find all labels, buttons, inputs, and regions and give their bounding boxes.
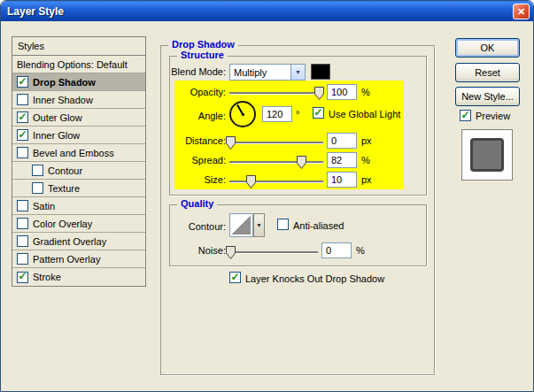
- distance-input[interactable]: [327, 133, 357, 149]
- contour-thumbnail[interactable]: [229, 213, 253, 237]
- angle-label: Angle:: [174, 111, 226, 121]
- angle-unit: °: [296, 109, 299, 119]
- style-row-label: Blending Options: Default: [17, 59, 128, 70]
- size-label: Size:: [174, 174, 226, 185]
- bevel-emboss-checkbox[interactable]: [17, 147, 28, 158]
- size-slider-thumb[interactable]: [246, 175, 256, 188]
- preview-label: Preview: [476, 111, 510, 121]
- style-row-inner-shadow[interactable]: Inner Shadow: [12, 91, 145, 109]
- inner-shadow-checkbox[interactable]: [17, 94, 28, 105]
- contour-label: Contour:: [174, 221, 226, 232]
- blend-mode-label: Blend Mode:: [169, 66, 226, 77]
- distance-slider[interactable]: [229, 142, 323, 143]
- preview-style-chip: [470, 138, 504, 172]
- angle-input[interactable]: [262, 106, 292, 122]
- contour-checkbox[interactable]: [32, 165, 43, 176]
- anti-aliased-checkbox[interactable]: [277, 219, 289, 230]
- style-row-satin[interactable]: Satin: [12, 197, 145, 215]
- styles-header: Styles: [12, 37, 145, 56]
- blend-mode-value: Multiply: [230, 67, 290, 78]
- noise-label: Noise:: [174, 245, 226, 256]
- title-bar[interactable]: Layer Style: [1, 1, 533, 21]
- drop-shadow-checkbox[interactable]: ✓: [17, 76, 28, 88]
- style-row-label: Outer Glow: [33, 112, 82, 123]
- contour-curve-icon: [232, 216, 251, 234]
- opacity-input[interactable]: [327, 84, 357, 100]
- texture-checkbox[interactable]: [32, 182, 43, 194]
- close-icon: ✕: [517, 6, 525, 18]
- inner-glow-checkbox[interactable]: ✓: [17, 129, 28, 141]
- style-row-contour[interactable]: Contour: [12, 162, 145, 180]
- spread-input[interactable]: [327, 152, 357, 168]
- noise-slider-thumb[interactable]: [226, 246, 236, 259]
- use-global-light-label: Use Global Light: [329, 109, 400, 119]
- structure-title: Structure: [177, 50, 228, 60]
- preview-checkbox[interactable]: ✓: [460, 110, 471, 121]
- quality-fieldset: Quality: [169, 204, 427, 266]
- angle-dial-center: [242, 113, 244, 116]
- style-row-label: Pattern Overlay: [33, 254, 100, 265]
- size-unit: px: [361, 174, 372, 185]
- anti-aliased-label: Anti-aliased: [293, 220, 344, 231]
- satin-checkbox[interactable]: [17, 200, 28, 211]
- style-row-stroke[interactable]: ✓ Stroke: [12, 268, 145, 286]
- close-button[interactable]: ✕: [513, 4, 530, 19]
- style-row-gradient-overlay[interactable]: Gradient Overlay: [12, 233, 145, 250]
- reset-button[interactable]: Reset: [455, 63, 520, 82]
- use-global-light-checkbox[interactable]: ✓: [313, 107, 324, 119]
- layer-knocks-out-label: Layer Knocks Out Drop Shadow: [245, 273, 384, 284]
- style-row-label: Bevel and Emboss: [33, 148, 114, 158]
- style-row-label: Stroke: [33, 272, 61, 282]
- layer-style-dialog: Layer Style ✕ Styles Blending Options: D…: [0, 0, 534, 392]
- style-row-label: Drop Shadow: [33, 77, 96, 88]
- preview-swatch: [461, 129, 513, 181]
- style-row-label: Texture: [48, 183, 80, 194]
- blend-mode-select[interactable]: Multiply ▼: [229, 64, 306, 81]
- spread-slider[interactable]: [229, 161, 323, 163]
- style-row-color-overlay[interactable]: Color Overlay: [12, 215, 145, 233]
- noise-input[interactable]: [321, 242, 352, 258]
- distance-slider-thumb[interactable]: [226, 136, 236, 150]
- style-row-label: Inner Glow: [33, 130, 80, 141]
- style-row-blending-options[interactable]: Blending Options: Default: [12, 56, 145, 73]
- angle-dial[interactable]: [229, 101, 256, 127]
- style-row-label: Inner Shadow: [33, 95, 93, 105]
- layer-knocks-out-checkbox[interactable]: ✓: [229, 272, 241, 283]
- distance-unit: px: [361, 135, 372, 146]
- size-slider[interactable]: [229, 181, 323, 182]
- pattern-overlay-checkbox[interactable]: [17, 253, 28, 265]
- spread-unit: %: [361, 155, 370, 165]
- shadow-color-swatch[interactable]: [311, 64, 330, 80]
- spread-slider-thumb[interactable]: [297, 156, 306, 169]
- spread-label: Spread:: [174, 155, 226, 165]
- distance-label: Distance:: [169, 135, 226, 146]
- size-input[interactable]: [327, 172, 357, 188]
- gradient-overlay-checkbox[interactable]: [17, 235, 28, 247]
- style-row-pattern-overlay[interactable]: Pattern Overlay: [12, 250, 145, 268]
- ok-button[interactable]: OK: [455, 38, 520, 58]
- styles-panel: Styles Blending Options: Default ✓ Drop …: [12, 36, 146, 287]
- noise-slider[interactable]: [229, 251, 318, 253]
- opacity-slider-thumb[interactable]: [314, 87, 324, 100]
- style-row-label: Gradient Overlay: [33, 236, 106, 247]
- contour-arrow-button[interactable]: ▼: [253, 213, 265, 237]
- style-row-texture[interactable]: Texture: [12, 180, 145, 197]
- opacity-label: Opacity:: [174, 87, 226, 97]
- style-row-bevel-emboss[interactable]: Bevel and Emboss: [12, 144, 145, 162]
- quality-title: Quality: [177, 198, 217, 209]
- chevron-down-icon[interactable]: ▼: [290, 65, 305, 80]
- chevron-down-icon: ▼: [256, 222, 262, 228]
- color-overlay-checkbox[interactable]: [17, 218, 28, 229]
- opacity-slider[interactable]: [229, 92, 323, 94]
- style-row-inner-glow[interactable]: ✓ Inner Glow: [12, 127, 145, 144]
- style-row-outer-glow[interactable]: ✓ Outer Glow: [12, 109, 145, 127]
- outer-glow-checkbox[interactable]: ✓: [17, 111, 28, 123]
- opacity-unit: %: [361, 87, 370, 97]
- new-style-button[interactable]: New Style...: [455, 87, 520, 106]
- style-row-label: Satin: [33, 201, 55, 211]
- stroke-checkbox[interactable]: ✓: [17, 272, 28, 283]
- section-title: Drop Shadow: [168, 39, 238, 50]
- window-title: Layer Style: [7, 5, 64, 18]
- noise-unit: %: [356, 245, 365, 256]
- style-row-drop-shadow[interactable]: ✓ Drop Shadow: [12, 73, 145, 91]
